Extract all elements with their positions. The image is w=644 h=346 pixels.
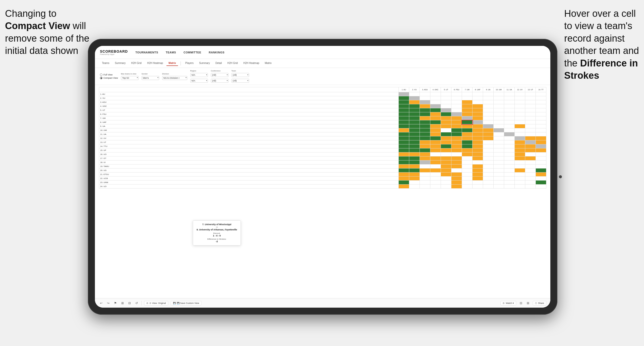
cell[interactable]: [473, 96, 483, 100]
cell[interactable]: [494, 148, 504, 152]
cell[interactable]: [399, 168, 409, 172]
cell[interactable]: [420, 136, 430, 140]
cell[interactable]: [483, 112, 494, 116]
cell[interactable]: [536, 96, 546, 100]
cell[interactable]: [409, 160, 420, 164]
reset-icon[interactable]: ↺: [134, 301, 139, 305]
cell[interactable]: [420, 177, 430, 181]
nav-rankings[interactable]: RANKINGS: [209, 50, 224, 55]
cell[interactable]: [504, 92, 515, 96]
cell[interactable]: [430, 124, 441, 128]
cell[interactable]: [515, 160, 525, 164]
cell[interactable]: [536, 144, 546, 148]
cell[interactable]: [504, 108, 515, 112]
cell[interactable]: [399, 152, 409, 156]
cell[interactable]: [483, 132, 494, 136]
cell[interactable]: [473, 116, 483, 120]
cell[interactable]: [441, 172, 451, 177]
cell[interactable]: [525, 168, 536, 172]
tab-players[interactable]: Players: [183, 61, 196, 66]
cell[interactable]: [525, 104, 536, 108]
cell[interactable]: [430, 185, 441, 189]
cell[interactable]: [399, 132, 409, 136]
cell[interactable]: [473, 124, 483, 128]
cell[interactable]: [536, 160, 546, 164]
cell[interactable]: [430, 116, 441, 120]
cell[interactable]: [494, 104, 504, 108]
cell[interactable]: [473, 185, 483, 189]
cell[interactable]: [473, 148, 483, 152]
cell[interactable]: [494, 168, 504, 172]
cell[interactable]: [441, 181, 451, 185]
cell[interactable]: [483, 177, 494, 181]
cell[interactable]: [409, 100, 420, 104]
cell[interactable]: [473, 177, 483, 181]
cell[interactable]: [536, 112, 546, 116]
cell[interactable]: [525, 92, 536, 96]
cell[interactable]: [399, 185, 409, 189]
cell[interactable]: [399, 120, 409, 124]
cell[interactable]: [399, 112, 409, 116]
cell[interactable]: [399, 140, 409, 144]
cell[interactable]: [515, 164, 525, 168]
cell[interactable]: [494, 177, 504, 181]
cell[interactable]: [525, 156, 536, 160]
cell[interactable]: [494, 92, 504, 96]
cell[interactable]: [504, 120, 515, 124]
cell[interactable]: [494, 108, 504, 112]
cell[interactable]: [473, 128, 483, 132]
cell[interactable]: [430, 108, 441, 112]
cell[interactable]: [409, 148, 420, 152]
cell[interactable]: [409, 172, 420, 177]
cell[interactable]: [430, 177, 441, 181]
cell[interactable]: [399, 100, 409, 104]
nav-teams[interactable]: TEAMS: [166, 50, 176, 55]
cell[interactable]: [525, 181, 536, 185]
cell[interactable]: [462, 120, 473, 124]
cell[interactable]: [441, 160, 451, 164]
cell[interactable]: [473, 160, 483, 164]
cell[interactable]: [451, 181, 462, 185]
grid-remove-icon[interactable]: ⊟: [127, 301, 132, 305]
region-select[interactable]: N/A: [190, 73, 208, 77]
cell[interactable]: [430, 100, 441, 104]
region-select2[interactable]: N/A: [190, 79, 208, 83]
cell[interactable]: [504, 136, 515, 140]
cell[interactable]: [462, 92, 473, 96]
cell[interactable]: [399, 156, 409, 160]
cell[interactable]: [462, 168, 473, 172]
nav-committee[interactable]: COMMITTEE: [184, 50, 201, 55]
cell[interactable]: [420, 181, 430, 185]
cell[interactable]: [409, 132, 420, 136]
cell[interactable]: [536, 177, 546, 181]
cell[interactable]: [515, 124, 525, 128]
cell[interactable]: [399, 92, 409, 96]
cell[interactable]: [536, 152, 546, 156]
redo-button[interactable]: ↪: [106, 301, 110, 305]
cell[interactable]: [536, 128, 546, 132]
cell[interactable]: [441, 116, 451, 120]
cell[interactable]: [494, 140, 504, 144]
cell[interactable]: [409, 112, 420, 116]
cell[interactable]: [430, 140, 441, 144]
cell[interactable]: [420, 164, 430, 168]
cell[interactable]: [483, 185, 494, 189]
tab-teams[interactable]: Teams: [100, 61, 111, 66]
cell[interactable]: [473, 100, 483, 104]
cell[interactable]: [420, 172, 430, 177]
cell[interactable]: [462, 128, 473, 132]
cell[interactable]: [536, 185, 546, 189]
cell[interactable]: [420, 108, 430, 112]
cell[interactable]: [430, 168, 441, 172]
cell[interactable]: [525, 136, 536, 140]
tab-summary-left[interactable]: Summary: [113, 61, 128, 66]
cell[interactable]: [430, 104, 441, 108]
cell[interactable]: [536, 124, 546, 128]
cell[interactable]: [483, 128, 494, 132]
cell[interactable]: [399, 108, 409, 112]
cell[interactable]: [462, 108, 473, 112]
cell[interactable]: [494, 124, 504, 128]
watch-button[interactable]: ⊙ Watch ▾: [500, 301, 516, 305]
cell[interactable]: [420, 140, 430, 144]
cell[interactable]: [430, 112, 441, 116]
